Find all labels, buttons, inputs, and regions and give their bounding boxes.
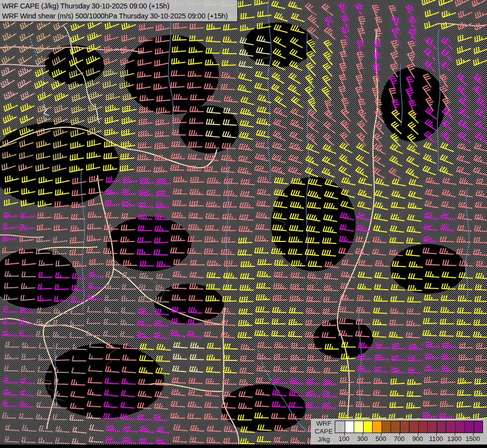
wind-barb — [221, 237, 235, 243]
wind-barb — [73, 344, 87, 350]
wind-barb — [339, 74, 350, 89]
wind-barb — [256, 59, 270, 66]
wind-barb — [173, 365, 187, 372]
wind-barb — [440, 331, 454, 336]
wind-barb — [272, 72, 287, 84]
wind-barb — [305, 237, 319, 243]
wind-barb — [71, 379, 85, 385]
wind-barb — [375, 16, 385, 31]
title-wind-shear: WRF Wind shear (m/s) 500/1000hPa Thursda… — [0, 11, 237, 21]
wind-barb — [207, 107, 221, 113]
wind-barb — [188, 401, 202, 407]
wind-barb — [154, 142, 169, 149]
wind-barb — [341, 283, 355, 289]
wind-barb — [1, 149, 16, 158]
wind-barb — [140, 178, 154, 184]
wind-barb — [205, 319, 219, 325]
wind-barb — [4, 377, 18, 383]
wind-barb — [408, 273, 423, 280]
wind-barb — [425, 201, 439, 208]
colorbar-cell — [354, 421, 363, 433]
wind-barb — [190, 107, 204, 112]
wind-barb — [71, 296, 85, 302]
wind-barb — [340, 131, 354, 145]
wind-barb — [36, 248, 50, 254]
wind-barb — [120, 236, 134, 242]
wind-barb — [171, 247, 185, 253]
wind-barb — [172, 129, 186, 135]
wind-barb — [70, 403, 85, 409]
wind-barb — [291, 96, 306, 108]
wind-barb — [137, 414, 151, 420]
wind-barb — [340, 307, 354, 313]
wind-barb — [273, 130, 288, 141]
wind-barb — [20, 211, 35, 218]
wind-barb — [50, 78, 65, 89]
wind-barb — [106, 342, 121, 348]
colorbar-cell — [427, 421, 437, 433]
wind-barb — [19, 125, 34, 135]
wind-barb — [88, 102, 102, 112]
wind-barb — [374, 390, 388, 396]
wind-barb — [473, 332, 487, 337]
wind-barb — [204, 83, 218, 89]
wind-barb — [70, 332, 84, 338]
wind-barb — [171, 235, 185, 241]
wind-barb — [51, 54, 66, 66]
wind-barb — [359, 260, 373, 266]
wind-barb — [121, 319, 135, 325]
wind-barb — [406, 4, 418, 19]
wind-barb — [289, 237, 303, 242]
wind-barb — [37, 308, 51, 313]
wind-barb — [389, 167, 404, 179]
wind-barb — [355, 2, 367, 17]
wind-barb — [174, 259, 188, 264]
wind-barb — [37, 102, 52, 112]
colorbar-cell — [382, 421, 391, 433]
wind-barb — [155, 391, 169, 398]
wind-barb — [102, 68, 117, 76]
wind-barb — [70, 249, 84, 255]
wind-barb — [3, 294, 18, 300]
wind-barb — [207, 260, 221, 265]
wind-barb — [373, 63, 383, 78]
wind-barb — [139, 284, 153, 290]
wind-barb — [305, 249, 319, 255]
wind-barb — [70, 140, 85, 149]
wind-barb — [374, 132, 387, 147]
wind-barb — [291, 437, 305, 443]
wind-barb — [341, 26, 353, 41]
wind-barb — [238, 415, 252, 420]
wind-barb — [239, 131, 254, 139]
wind-barb — [474, 225, 487, 232]
wind-barb — [458, 131, 473, 143]
wind-barb — [308, 343, 322, 349]
wind-barb — [272, 0, 287, 9]
wind-barb — [273, 390, 287, 396]
wind-barb — [275, 260, 289, 265]
wind-barb — [356, 319, 370, 324]
wind-barb — [86, 41, 101, 52]
wind-barb — [272, 401, 286, 407]
wind-barb — [222, 60, 236, 66]
wind-barb — [39, 343, 53, 348]
wind-barb — [38, 378, 52, 384]
wind-barb — [172, 46, 186, 52]
wind-barb — [440, 236, 454, 242]
wind-barb — [307, 284, 321, 290]
wind-barb — [339, 85, 350, 100]
wind-barb — [274, 189, 289, 197]
wind-barb — [188, 58, 202, 65]
wind-barb — [0, 76, 14, 88]
wind-barb — [457, 32, 472, 41]
wind-barb — [5, 258, 19, 265]
wind-barb — [240, 356, 254, 361]
wind-barb — [53, 126, 68, 136]
wind-barb — [240, 438, 254, 444]
wind-barb — [222, 143, 236, 149]
wind-barb — [442, 108, 457, 120]
wind-barb — [256, 141, 270, 148]
wind-barb — [189, 378, 203, 384]
wind-barb — [138, 130, 153, 136]
wind-barb — [456, 55, 471, 65]
